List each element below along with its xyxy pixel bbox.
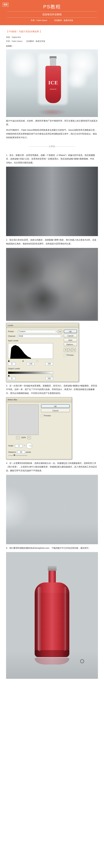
article-title: 【 PS教程！为图片添加冰爽效果 】 [6, 30, 98, 33]
preset-menu-icon[interactable]: ⎘ [58, 330, 62, 334]
chevron-down-icon: ▾ [61, 335, 61, 338]
output-slider[interactable] [8, 374, 62, 376]
header-title: PS教程 [0, 3, 104, 10]
angle-dial[interactable] [26, 443, 32, 449]
header-subtitle: 优设每日作业教程 [0, 13, 104, 16]
output-white-field[interactable]: 255 [45, 377, 53, 380]
eyedropper-white-icon[interactable]: ✎ [72, 348, 76, 352]
step-5-text: 5、我们要用到酒瓶的素材来自Stockphoto.com。下载的图片中已经包含剪… [6, 546, 98, 550]
step-3-text: 3、这一步我们将一块地板来放置酒瓶。新建图层，填充为白。选择滤镜>像素化>铜版雕… [6, 384, 98, 395]
step-2-text: 2、现在我们来优化背景。选择云的图层，选择图像>调整>色阶。将白色截入色点更改为… [6, 238, 98, 246]
section-divider: -------------------------分界线------------… [6, 145, 98, 148]
dialog-titlebar[interactable]: Levels [6, 323, 79, 328]
histogram [8, 343, 53, 359]
zoom-value: 100% [21, 436, 26, 439]
dialog-titlebar[interactable]: Motion Blur [6, 397, 72, 402]
preview-checkbox[interactable]: ✓ [64, 354, 66, 356]
options-button[interactable]: Options... [64, 343, 77, 346]
step-4-image [6, 475, 98, 544]
distance-slider[interactable] [8, 455, 27, 456]
input-white-field[interactable]: 165 [45, 362, 53, 365]
angle-field[interactable]: 0 [15, 444, 23, 447]
eyedropper-black-icon[interactable]: ✎ [64, 348, 68, 352]
input-black-field[interactable]: 0 [8, 362, 15, 365]
distance-unit: pixels [26, 451, 31, 454]
step-5-image [6, 552, 98, 679]
chevron-down-icon: ▾ [56, 330, 56, 333]
step-1-image [6, 167, 98, 236]
header-credits: 作者：Fabio Sasso 优设翻译：鱼露没有鱼 [0, 19, 104, 22]
output-gradient [8, 372, 53, 374]
step-4-text: 4、这一步需要添加拼接效果，选择左侧画面合在一起。快捷键Q进入快速蒙版模式，选择… [6, 461, 98, 473]
logo: 优设 [3, 3, 8, 7]
cancel-button[interactable]: Cancel [64, 334, 77, 338]
distance-field[interactable]: 83 [18, 451, 25, 454]
output-levels-label: Output Levels: [8, 367, 62, 370]
bottle-label: ICE abduzeedo [46, 78, 61, 90]
hero-image: ICE abduzeedo [6, 49, 98, 117]
eyedropper-gray-icon[interactable]: ✎ [68, 348, 72, 352]
channel-select[interactable]: RGB▾ [18, 335, 62, 338]
levels-dialog: Levels Preset: Custom▾ ⎘ Channel: RGB▾ I… [6, 323, 79, 382]
divider-line [7, 18, 97, 18]
channel-label: Channel: [8, 335, 17, 338]
credit-line: 作者：Fabio Sasso 优设翻译：鱼露没有鱼 [6, 39, 98, 43]
ice-bottle: ICE abduzeedo [42, 56, 64, 108]
zoom-out-button[interactable]: − [16, 436, 20, 439]
ok-button[interactable]: OK [41, 404, 70, 408]
article-content: 【 PS教程！为图片添加冰爽效果 】 来源：Digital Arts 作者：Fa… [0, 25, 104, 685]
ok-button[interactable]: OK [64, 330, 77, 333]
input-slider[interactable] [8, 360, 62, 362]
page-header: 优设 PS教程 优设每日作业教程 作者：Fabio Sasso 优设翻译：鱼露没… [0, 0, 104, 25]
angle-label: Angle: [8, 444, 14, 447]
effect-label: 效果图： [6, 44, 98, 48]
red-bottle [31, 566, 73, 660]
step-1-text: 1、首先，新建文档，设置背景颜色，创建一个新图层（# 90aea7）或偏冷的中蓝… [6, 153, 98, 165]
distance-label: Distance: [8, 451, 16, 454]
preview-label: Preview [44, 414, 51, 417]
output-black-field[interactable]: 0 [8, 377, 15, 380]
divider-line [7, 11, 97, 12]
angle-unit: ° [24, 444, 25, 447]
motion-blur-dialog: Motion Blur − 100% + Angle: 0 ° Distance… [6, 397, 72, 459]
step-2-image [6, 248, 98, 321]
intro-para-1: 图片中溢出的清凉感，在饮料、酒类和牙膏的广告中都很常用，而它在视觉上的主要表现手… [6, 119, 98, 127]
source-line: 来源：Digital Arts [6, 36, 98, 39]
auto-button[interactable]: Auto [64, 338, 77, 342]
zoom-in-button[interactable]: + [27, 436, 31, 439]
preset-label: Preset: [8, 330, 17, 333]
motion-preview [8, 404, 39, 435]
intro-para-2: 本次PS教程中，Fabio Sasso将制造这种效果来去掉夏主办的热气。Sass… [6, 128, 98, 140]
input-mid-field[interactable]: 1.00 [27, 362, 34, 365]
input-levels-label: Input Levels: [8, 339, 62, 342]
cancel-button[interactable]: Cancel [41, 409, 70, 412]
preview-checkbox[interactable]: ✓ [41, 415, 43, 417]
preview-label: Preview [67, 353, 73, 357]
preset-select[interactable]: Custom▾ [18, 330, 57, 333]
